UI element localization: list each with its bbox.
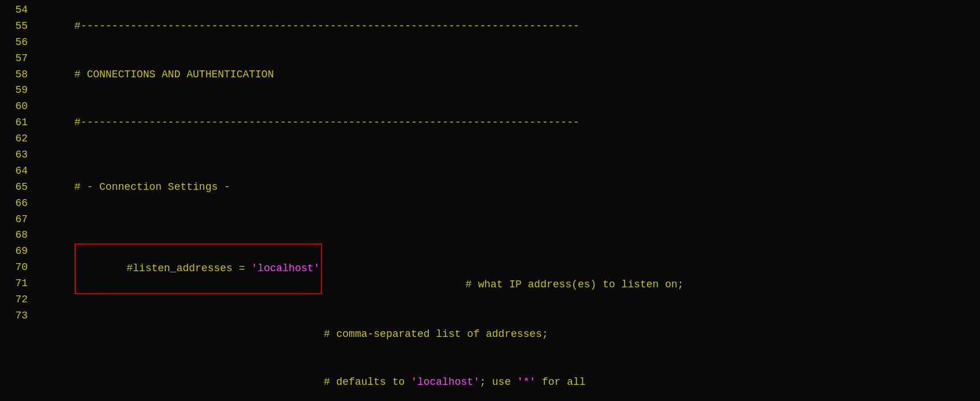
comment-text: #---------------------------------------… xyxy=(74,117,579,128)
line-num-71: 71 xyxy=(5,276,28,292)
code-line-61: # comma-separated list of addresses; xyxy=(37,310,980,359)
comment-text: for all xyxy=(536,376,585,388)
code-line-57 xyxy=(37,147,980,163)
line-num-62: 62 xyxy=(5,131,28,147)
comment-prefix: #listen_addresses = xyxy=(126,263,251,274)
line-num-60: 60 xyxy=(5,99,28,115)
line-num-68: 68 xyxy=(5,227,28,243)
line-num-61: 61 xyxy=(5,115,28,131)
line-num-59: 59 xyxy=(5,83,28,99)
string-value: 'localhost' xyxy=(251,263,320,274)
line-num-73: 73 xyxy=(5,308,28,324)
line-num-56: 56 xyxy=(5,35,28,51)
line-num-69: 69 xyxy=(5,243,28,260)
code-line-56: #---------------------------------------… xyxy=(37,99,980,147)
code-content[interactable]: #---------------------------------------… xyxy=(35,2,980,399)
code-editor: 54 55 56 57 58 59 60 61 62 63 64 65 66 6… xyxy=(0,0,980,401)
comment-text: # defaults to xyxy=(74,376,411,388)
code-line-55: # CONNECTIONS AND AUTHENTICATION xyxy=(37,51,980,99)
string-value: 'localhost' xyxy=(411,376,480,388)
code-line-59 xyxy=(37,212,980,228)
line-num-67: 67 xyxy=(5,212,28,228)
line-num-70: 70 xyxy=(5,260,28,276)
comment-text: ; use xyxy=(480,376,517,388)
comment-text: # - Connection Settings - xyxy=(74,181,230,193)
comment-text: # comma-separated list of addresses; xyxy=(74,328,548,340)
line-numbers: 54 55 56 57 58 59 60 61 62 63 64 65 66 6… xyxy=(0,2,35,399)
line-num-55: 55 xyxy=(5,18,28,35)
code-line-54: #---------------------------------------… xyxy=(37,2,980,51)
line-num-57: 57 xyxy=(5,51,28,67)
code-line-60: #listen_addresses = 'localhost' # what I… xyxy=(37,227,980,310)
line-num-54: 54 xyxy=(5,2,28,18)
line-num-63: 63 xyxy=(5,147,28,163)
comment-text: # what IP address(es) to listen on; xyxy=(322,279,684,290)
string-value2: '*' xyxy=(517,376,536,388)
comment-text: # CONNECTIONS AND AUTHENTICATION xyxy=(74,69,274,80)
highlight-box: #listen_addresses = 'localhost' xyxy=(74,243,322,294)
comment-text: #---------------------------------------… xyxy=(74,20,579,32)
line-num-65: 65 xyxy=(5,179,28,196)
code-line-58: # - Connection Settings - xyxy=(37,163,980,212)
line-num-64: 64 xyxy=(5,163,28,179)
line-num-72: 72 xyxy=(5,292,28,308)
line-num-58: 58 xyxy=(5,67,28,83)
code-line-62: # defaults to 'localhost'; use '*' for a… xyxy=(37,359,980,399)
line-num-66: 66 xyxy=(5,196,28,212)
